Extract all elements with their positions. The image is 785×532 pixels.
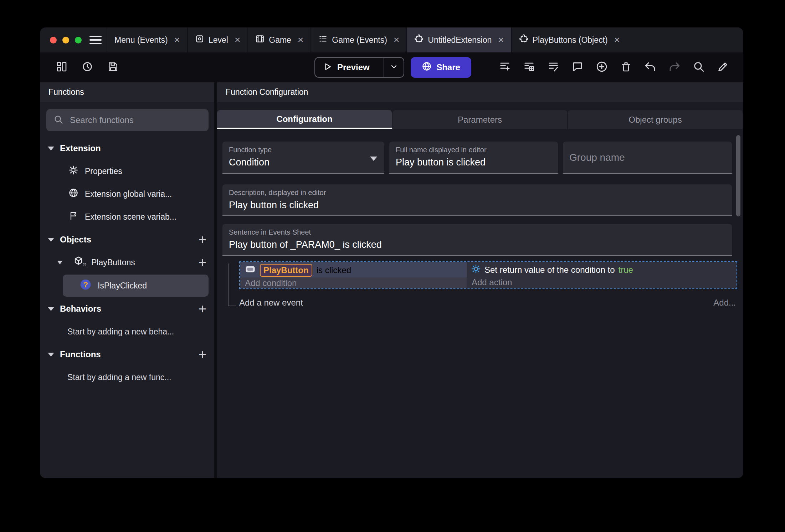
search-button[interactable] (691, 60, 706, 75)
project-manager-button[interactable] (54, 60, 69, 75)
field-label: Function type (229, 146, 378, 154)
preview-main[interactable]: Preview (315, 62, 384, 73)
close-tab-icon[interactable]: × (614, 35, 620, 45)
section-objects[interactable]: Objects + (40, 228, 214, 251)
field-label: Description, displayed in editor (229, 189, 725, 197)
history-button[interactable] (80, 60, 95, 75)
add-action-link[interactable]: Add action (467, 277, 737, 287)
zoom-window-button[interactable] (75, 37, 82, 44)
condition-function-icon: ? (79, 278, 92, 293)
search-box[interactable] (46, 109, 209, 131)
sidebar-item-extension-scene-variables[interactable]: Extension scene variab... (40, 205, 214, 228)
add-subevent-icon (523, 61, 535, 74)
conditions-column[interactable]: PlayButton is clicked Add condition (240, 262, 467, 288)
sidebar-item-isplayclicked[interactable]: ? IsPlayClicked (63, 275, 209, 297)
chevron-down-icon (57, 261, 63, 264)
gear-icon (471, 264, 481, 276)
tab-menu-events[interactable]: Menu (Events) × (107, 27, 187, 52)
close-tab-icon[interactable]: × (235, 35, 240, 45)
function-type-select[interactable]: Function type Condition (222, 142, 384, 174)
condition-text: is clicked (317, 265, 351, 275)
film-icon (255, 34, 265, 46)
sidebar-item-playbuttons[interactable]: 2D PlayButtons + (40, 251, 214, 274)
tab-untitled-extension[interactable]: UntitledExtension × (406, 27, 511, 52)
search-input[interactable] (69, 115, 201, 126)
full-name-field[interactable]: Full name displayed in editor (389, 142, 558, 174)
undo-icon (644, 61, 656, 74)
trash-icon (620, 61, 632, 74)
action-instruction[interactable]: Set return value of the condition to tru… (467, 262, 737, 277)
tab-label: Game (269, 35, 291, 45)
sentence-field[interactable]: Sentence in Events Sheet (222, 224, 732, 256)
add-event-button[interactable] (497, 60, 512, 75)
sidebar-item-extension-global-variables[interactable]: Extension global varia... (40, 183, 214, 205)
globe-icon (68, 188, 78, 200)
description-input[interactable] (229, 200, 725, 211)
comment-bubble-icon (572, 61, 583, 74)
tab-label: UntitledExtension (428, 35, 492, 45)
history-clock-icon (82, 61, 93, 74)
extension-puzzle-icon (519, 34, 528, 46)
close-tab-icon[interactable]: × (394, 35, 399, 45)
chevron-down-icon (48, 147, 54, 150)
condition-object-chip[interactable]: PlayButton (260, 264, 312, 277)
tab-configuration[interactable]: Configuration (217, 110, 392, 129)
svg-text:2D: 2D (83, 263, 86, 267)
section-functions[interactable]: Functions + (40, 343, 214, 366)
tab-playbuttons-object[interactable]: PlayButtons (Object) × (511, 27, 627, 52)
close-window-button[interactable] (50, 37, 57, 44)
add-subevent-button[interactable] (522, 60, 537, 75)
preview-options-button[interactable] (384, 62, 404, 72)
event-row[interactable]: PlayButton is clicked Add condition Set … (239, 261, 737, 289)
function-type-value[interactable]: Condition (229, 157, 378, 168)
tab-parameters[interactable]: Parameters (392, 110, 568, 129)
add-new-event-link[interactable]: Add a new event (239, 298, 303, 308)
sentence-input[interactable] (229, 239, 725, 250)
add-comment-button[interactable] (570, 60, 585, 75)
add-object-function-button[interactable]: + (199, 256, 206, 269)
chevron-down-icon (48, 307, 54, 311)
tab-label: Level (209, 35, 228, 45)
sidebar-item-properties[interactable]: Properties (40, 160, 214, 183)
add-other-events-button[interactable] (546, 60, 561, 75)
add-condition-link[interactable]: Add condition (240, 277, 467, 288)
description-field[interactable]: Description, displayed in editor (222, 184, 732, 216)
delete-button[interactable] (619, 60, 633, 75)
add-object-button[interactable]: + (199, 233, 206, 246)
group-name-input[interactable] (569, 152, 725, 163)
add-behavior-button[interactable]: + (199, 302, 206, 316)
section-label: Behaviors (60, 304, 101, 314)
section-extension[interactable]: Extension (40, 137, 214, 160)
group-name-field[interactable] (563, 142, 732, 174)
action-value[interactable]: true (619, 265, 633, 275)
undo-button[interactable] (643, 60, 658, 75)
section-behaviors[interactable]: Behaviors + (40, 297, 214, 320)
functions-sidebar: Functions Extension Properties (40, 82, 214, 478)
minimize-window-button[interactable] (62, 37, 69, 44)
save-floppy-icon (107, 61, 119, 74)
tab-game-events[interactable]: Game (Events) × (311, 27, 406, 52)
share-button[interactable]: Share (411, 57, 471, 78)
actions-column[interactable]: Set return value of the condition to tru… (467, 262, 737, 288)
preview-button[interactable]: Preview (314, 57, 404, 78)
close-tab-icon[interactable]: × (174, 35, 180, 45)
condition-instruction[interactable]: PlayButton is clicked (240, 262, 467, 277)
redo-button[interactable] (667, 60, 682, 75)
button-object-icon (245, 265, 256, 276)
main-menu-icon[interactable] (89, 27, 102, 52)
close-tab-icon[interactable]: × (298, 35, 303, 45)
tab-level[interactable]: Level × (187, 27, 247, 52)
tab-object-groups[interactable]: Object groups (568, 110, 743, 129)
close-tab-icon[interactable]: × (498, 35, 504, 45)
save-button[interactable] (106, 60, 120, 75)
add-more-link[interactable]: Add... (713, 298, 736, 308)
search-icon (693, 61, 705, 74)
search-icon (53, 114, 63, 126)
add-function-button[interactable]: + (199, 348, 206, 361)
vertical-scrollbar[interactable] (736, 135, 740, 216)
tab-game[interactable]: Game × (247, 27, 311, 52)
full-name-input[interactable] (396, 157, 551, 168)
edit-button[interactable] (715, 60, 730, 75)
extension-puzzle-icon (414, 34, 424, 46)
add-circle-button[interactable] (594, 60, 609, 75)
